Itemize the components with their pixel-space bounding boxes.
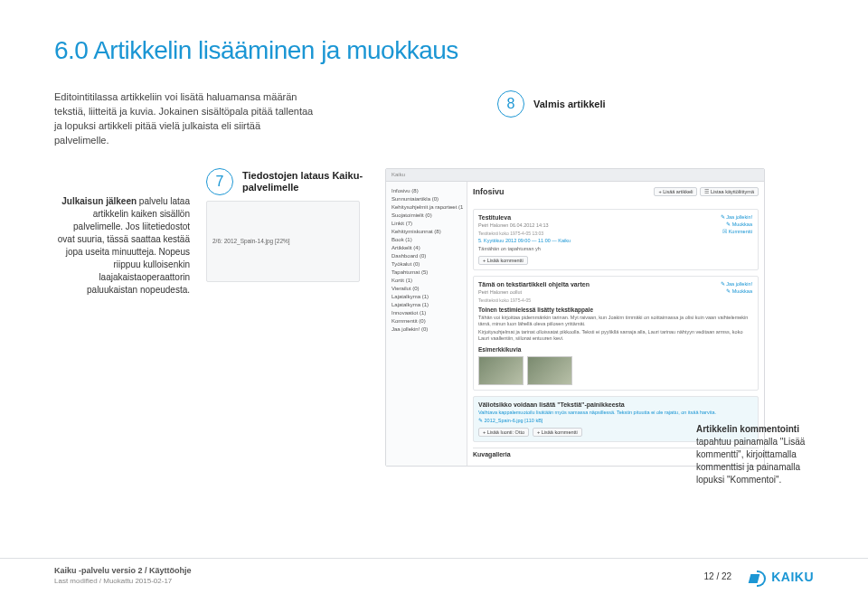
card-link[interactable]: ✎ Jaa jollekin! <box>721 281 752 287</box>
step-7-label: Tiedostojen lataus Kaiku-palvelimelle <box>242 170 369 193</box>
list-ui-button[interactable]: ☰ Listaa käyttöliittymä <box>700 187 759 196</box>
step-8-label: Valmis artikkeli <box>533 99 606 109</box>
sidebar-item[interactable]: Jaa jollekin! (0) <box>390 325 463 334</box>
article-card: ✎ Jaa jollekin! ✎ Muokkaa Tämä on teksti… <box>473 276 759 391</box>
sidebar-item[interactable]: Artikkelit (4) <box>390 244 463 252</box>
card-author: Petri Halonen 06.04.2012 14:13 <box>478 222 753 228</box>
upload-dialog: 2/6: 2012_Spain-14.jpg [22%] <box>206 201 360 282</box>
card-paragraph: Kirjoitysohjelmat ja tarinat olloissatat… <box>478 329 753 342</box>
card-link[interactable]: ✎ Muokkaa <box>726 288 752 294</box>
card-link[interactable]: ✎ Muokkaa <box>726 222 752 227</box>
sidebar-item[interactable]: Lajatalkyma (1) <box>390 293 463 301</box>
thumbnail-row <box>478 356 753 385</box>
sidebar-item[interactable]: Työkalut (0) <box>390 260 463 269</box>
sidebar-item[interactable]: Sunnuntaiartikla (0) <box>390 195 463 203</box>
right-annotation: Artikkelin kommentointi tapahtuu painama… <box>696 423 814 486</box>
footer-modified: Last modified / Muokattu 2015-02-17 <box>54 577 192 586</box>
right-annotation-bold: Artikkelin kommentointi <box>696 424 799 434</box>
footer-right: 12 / 22 KAIKU <box>704 569 814 585</box>
sidebar-item[interactable]: Kortit (1) <box>390 277 463 285</box>
top-buttons: + Lisää artikkeli ☰ Listaa käyttöliittym… <box>654 187 759 196</box>
add-attachment-button[interactable]: + Lisää luonti: Otto <box>478 428 529 437</box>
page-number: 12 / 22 <box>704 571 732 581</box>
card-title: Testituleva <box>478 214 753 221</box>
left-annotation-text: palvelu lataa artikkelin kaiken sisällön… <box>58 196 190 295</box>
upload-filename: 2/6: 2012_Spain-14.jpg [22%] <box>212 238 290 244</box>
body-row: Julkaisun jälkeen palvelu lataa artikkel… <box>54 168 814 467</box>
footer-doc-title: Kaiku -palvelu versio 2 / Käyttöohje <box>54 566 192 577</box>
card-subheading: Esimerkkikuvia <box>478 346 753 353</box>
add-article-button[interactable]: + Lisää artikkeli <box>654 187 697 196</box>
step-8-badge: 8 <box>497 90 524 118</box>
window-title: Kaiku <box>392 172 405 177</box>
sidebar: Infosivu (8) Sunnuntaiartikla (0) Kehity… <box>386 182 467 466</box>
browser-chrome: Kaiku <box>386 169 764 182</box>
sidebar-item[interactable]: Vierailut (0) <box>390 285 463 293</box>
sidebar-item[interactable]: Linkit (7) <box>390 220 463 228</box>
card-time: 5. Kyyttikuu 2012 09:00 — 11:00 — Kaiku <box>478 238 753 244</box>
card-sub: Testiteksti koko 1975-4-05 <box>478 297 753 303</box>
image-thumbnail[interactable] <box>527 356 572 385</box>
card-author: Petri Halonen oollut <box>478 289 753 295</box>
image-thumbnail[interactable] <box>478 356 524 385</box>
card-link[interactable]: ✎ Jaa jollekin! <box>721 214 752 220</box>
sidebar-item[interactable]: Kehitysohjelmit ja raporteet (10) <box>390 203 463 212</box>
sidebar-item[interactable]: Kommentit (0) <box>390 317 463 325</box>
left-annotation: Julkaisun jälkeen palvelu lataa artikkel… <box>54 168 190 297</box>
step-8: 8 Valmis artikkeli <box>497 90 606 118</box>
page-title: 6.0 Artikkelin lisääminen ja muokkaus <box>54 36 814 65</box>
sidebar-item[interactable]: Book (1) <box>390 236 463 244</box>
sidebar-item[interactable]: Tapahtumat (5) <box>390 269 463 277</box>
step-7-badge: 7 <box>206 168 233 195</box>
sidebar-item[interactable]: Dashboard (0) <box>390 252 463 260</box>
card-link[interactable]: ☒ Kommentti <box>722 229 752 234</box>
intro-row: Editointitilassa artikkeliin voi lisätä … <box>54 90 814 148</box>
left-annotation-bold: Julkaisun jälkeen <box>61 196 137 206</box>
card-sub: Testiteksti koko 1975-4-05 13:03 <box>478 231 753 236</box>
right-annotation-text: tapahtuu painamalla "Lisää kommentti", k… <box>696 437 805 485</box>
card-paragraph: Tähän voi kirjoittaa pidemmänkin tarinan… <box>478 315 753 327</box>
footer-left: Kaiku -palvelu versio 2 / Käyttöohje Las… <box>54 566 192 586</box>
step-7-column: 7 Tiedostojen lataus Kaiku-palvelimelle … <box>206 168 369 282</box>
card-paragraph: Vaihtava kappalemuotoilu lisätään myös s… <box>478 410 753 416</box>
step-7: 7 Tiedostojen lataus Kaiku-palvelimelle <box>206 168 369 195</box>
sidebar-item[interactable]: Lajatalkyma (1) <box>390 301 463 309</box>
card-title: Väliotsikko voidaan lisätä "Tekstiä"-pai… <box>478 401 753 408</box>
brand-name: KAIKU <box>771 570 814 584</box>
app-screenshot: Kaiku Infosivu (8) Sunnuntaiartikla (0) … <box>385 168 765 467</box>
sidebar-item[interactable]: Infosivu (8) <box>390 187 463 195</box>
page-footer: Kaiku -palvelu versio 2 / Käyttöohje Las… <box>0 558 868 594</box>
card-title: Tämä on tekstiartikkeli ohjelta varten <box>478 281 753 288</box>
sidebar-item[interactable]: Innovaatiot (1) <box>390 309 463 317</box>
article-card: ✎ Jaa jollekin! ✎ Muokkaa ☒ Kommentti Te… <box>473 209 759 270</box>
logo-icon <box>750 569 766 585</box>
sidebar-item[interactable]: Suojatoimielit (0) <box>390 212 463 220</box>
intro-text: Editointitilassa artikkeliin voi lisätä … <box>54 90 316 148</box>
card-desc: Tämähän on tapahtuman yh <box>478 246 753 252</box>
card-subheading: Toinen testimielessä lisätty tekstikappa… <box>478 306 753 313</box>
sidebar-item[interactable]: Kehittymiskunnat (8) <box>390 228 463 236</box>
add-comment-button[interactable]: + Lisää kommentti <box>478 256 528 265</box>
brand-logo: KAIKU <box>750 569 814 585</box>
add-comment-button[interactable]: + Lisää kommentti <box>533 428 582 437</box>
